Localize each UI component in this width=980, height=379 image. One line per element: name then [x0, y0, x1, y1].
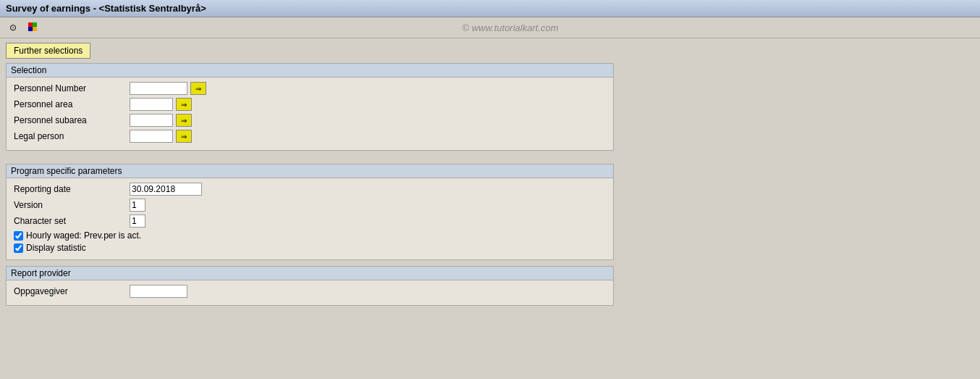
display-statistic-label: Display statistic — [26, 243, 86, 253]
legal-person-arrow-button[interactable]: ⇒ — [176, 130, 192, 143]
hourly-waged-label: Hourly waged: Prev.per is act. — [26, 230, 141, 241]
personnel-subarea-arrow-button[interactable]: ⇒ — [176, 114, 192, 127]
back-icon[interactable]: ⊙ — [6, 20, 20, 35]
report-provider-body: Oppgavegiver — [7, 280, 613, 305]
svg-rect-1 — [33, 22, 37, 27]
svg-rect-2 — [28, 27, 33, 31]
oppgavegiver-row: Oppgavegiver — [14, 285, 606, 298]
personnel-subarea-label: Personnel subarea — [14, 115, 130, 125]
reporting-date-label: Reporting date — [14, 184, 130, 194]
character-set-label: Character set — [14, 216, 130, 226]
main-content: Further selections Selection Personnel N… — [0, 38, 980, 316]
personnel-number-label: Personnel Number — [14, 83, 130, 93]
program-params-header: Program specific parameters — [7, 164, 613, 178]
display-statistic-row: Display statistic — [14, 243, 606, 253]
oppgavegiver-label: Oppgavegiver — [14, 286, 130, 296]
reporting-date-row: Reporting date — [14, 183, 606, 196]
reporting-date-input[interactable] — [130, 183, 202, 196]
display-statistic-checkbox[interactable] — [14, 243, 23, 253]
svg-rect-0 — [28, 22, 33, 27]
report-provider-header: Report provider — [7, 267, 613, 280]
personnel-number-arrow-button[interactable]: ⇒ — [190, 82, 206, 95]
version-label: Version — [14, 200, 130, 210]
legal-person-row: Legal person ⇒ — [14, 130, 606, 143]
selection-section-header: Selection — [7, 64, 613, 78]
personnel-subarea-row: Personnel subarea ⇒ — [14, 114, 606, 127]
further-selections-button[interactable]: Further selections — [6, 43, 90, 59]
window-title: Survey of earnings - <Statistisk Sentral… — [6, 3, 206, 14]
legal-person-label: Legal person — [14, 131, 130, 141]
personnel-area-label: Personnel area — [14, 99, 130, 109]
personnel-area-arrow-button[interactable]: ⇒ — [176, 98, 192, 111]
toolbar: ⊙ © www.tutorialkart.com — [0, 17, 980, 38]
oppgavegiver-input[interactable] — [130, 285, 187, 298]
personnel-area-input[interactable] — [130, 98, 173, 111]
character-set-row: Character set — [14, 215, 606, 228]
selection-section-body: Personnel Number ⇒ Personnel area ⇒ Pers… — [7, 78, 613, 150]
svg-rect-3 — [33, 27, 37, 31]
program-params-section: Program specific parameters Reporting da… — [6, 164, 614, 260]
personnel-number-input[interactable] — [130, 82, 187, 95]
version-row: Version — [14, 199, 606, 212]
program-params-body: Reporting date Version Character set Hou… — [7, 178, 613, 259]
version-input[interactable] — [130, 199, 145, 212]
personnel-number-row: Personnel Number ⇒ — [14, 82, 606, 95]
personnel-subarea-input[interactable] — [130, 114, 173, 127]
selection-section: Selection Personnel Number ⇒ Personnel a… — [6, 63, 614, 151]
watermark: © www.tutorialkart.com — [46, 22, 974, 33]
legal-person-input[interactable] — [130, 130, 173, 143]
title-bar: Survey of earnings - <Statistisk Sentral… — [0, 0, 980, 17]
hourly-waged-row: Hourly waged: Prev.per is act. — [14, 230, 606, 241]
report-provider-section: Report provider Oppgavegiver — [6, 266, 614, 306]
hourly-waged-checkbox[interactable] — [14, 231, 23, 241]
character-set-input[interactable] — [130, 215, 145, 228]
personnel-area-row: Personnel area ⇒ — [14, 98, 606, 111]
flag-icon[interactable] — [26, 20, 41, 35]
